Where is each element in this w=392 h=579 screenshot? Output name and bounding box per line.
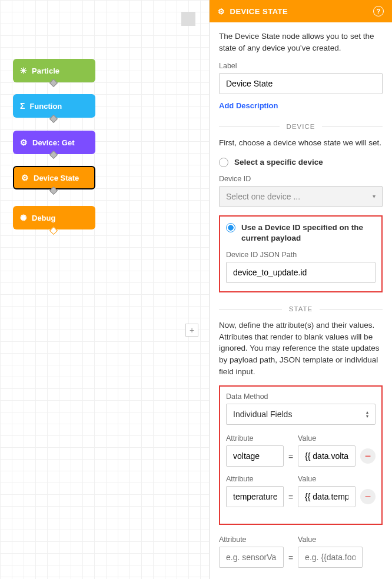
label-field-label: Label [219,62,383,70]
attribute-input[interactable] [226,486,284,507]
gear-icon: ⚙ [21,173,29,182]
equals-sign: = [288,493,293,507]
workflow-canvas[interactable]: ✳ Particle Σ Function ⚙ Device: Get ⚙ De… [0,0,210,579]
attribute-row-empty: Attribute = Value − [219,535,383,568]
node-debug[interactable]: ✺ Debug [13,206,95,229]
equals-sign: = [288,553,293,568]
json-path-label: Device ID JSON Path [226,251,376,259]
sigma-icon: Σ [20,101,25,111]
panel-description: The Device State node allows you to set … [219,31,383,54]
canvas-corner-square [181,12,195,26]
add-node-button[interactable]: + [185,324,198,337]
device-payload-highlight: Use a Device ID specified on the current… [219,215,383,292]
section-divider-device: DEVICE [219,123,383,130]
spark-icon: ✳ [20,66,27,75]
attribute-row: Attribute = Value − [226,475,376,507]
state-section-intro: Now, define the attribute(s) and their v… [219,320,383,377]
value-input[interactable] [298,547,363,568]
device-section-intro: First, choose a device whose state we wi… [219,137,383,149]
json-path-input[interactable] [226,262,376,283]
radio-specific-device[interactable]: Select a specific device [219,157,383,168]
value-input[interactable] [298,445,356,467]
label-input[interactable] [219,73,383,94]
device-id-select: Select one device ... ▾ [219,186,383,207]
attribute-input[interactable] [219,547,284,568]
data-method-select[interactable]: Individual Fields ▴▾ [226,404,376,425]
equals-sign: = [288,452,293,467]
value-input[interactable] [298,486,356,507]
remove-row-button[interactable]: − [360,448,376,464]
node-label: Function [29,102,62,111]
properties-panel: ⚙ DEVICE STATE ? The Device State node a… [210,0,392,579]
node-label: Device State [34,174,79,182]
node-label: Particle [32,66,59,75]
remove-row-button[interactable]: − [360,489,376,504]
radio-icon [219,158,228,167]
attribute-row: Attribute = Value − [226,434,376,467]
device-id-label: Device ID [219,175,383,183]
data-method-label: Data Method [226,392,376,401]
gear-icon: ⚙ [20,138,28,147]
add-description-link[interactable]: Add Description [219,101,278,110]
help-icon[interactable]: ? [373,6,384,16]
panel-header: ⚙ DEVICE STATE ? [210,0,392,22]
panel-title: DEVICE STATE [230,7,288,16]
attribute-input[interactable] [226,445,284,467]
bug-icon: ✺ [20,213,27,222]
node-device-state[interactable]: ⚙ Device State [13,166,95,189]
node-label: Debug [32,214,55,222]
node-label: Device: Get [32,138,75,147]
radio-payload-device[interactable]: Use a Device ID specified on the current… [226,222,376,244]
radio-icon [226,223,235,232]
state-highlight: Data Method Individual Fields ▴▾ Attribu… [219,385,383,525]
updown-icon: ▴▾ [366,410,368,418]
node-function[interactable]: Σ Function [13,94,95,118]
section-divider-state: STATE [219,305,383,312]
chevron-down-icon: ▾ [373,193,376,199]
gear-icon: ⚙ [218,7,225,16]
